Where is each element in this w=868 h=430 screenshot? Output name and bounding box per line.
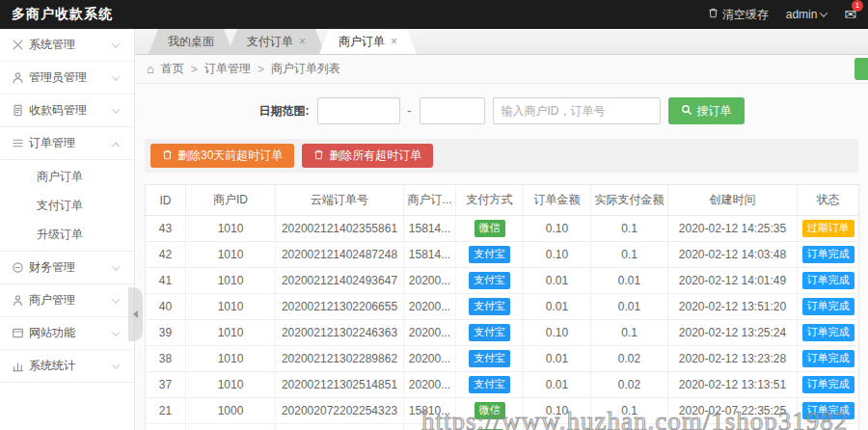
tab-my-desktop[interactable]: 我的桌面 bbox=[149, 29, 233, 54]
cell-status bbox=[798, 424, 859, 430]
tab-merchant-orders[interactable]: 商户订单× bbox=[319, 29, 417, 54]
chevron-down-icon bbox=[112, 105, 120, 113]
sidebar-collapse-handle[interactable] bbox=[128, 287, 143, 341]
cell-order-amount: 0.10 bbox=[524, 242, 591, 268]
cell-merchant-order-no: 20200... bbox=[404, 372, 456, 398]
mail-button[interactable]: ✉ 1 bbox=[844, 6, 856, 23]
orders-table: ID商户ID云端订单号商户订...支付方式订单金额实际支付金额创建时间状态431… bbox=[145, 184, 859, 430]
cell-actual-amount: 0.1 bbox=[591, 398, 668, 424]
status-badge: 订单完成 bbox=[802, 402, 854, 419]
chevron-down-icon bbox=[112, 328, 120, 336]
pay-method-badge: 支付宝 bbox=[469, 272, 510, 289]
pay-method-badge: 支付宝 bbox=[469, 376, 510, 393]
pay-method-badge: 支付宝 bbox=[469, 350, 510, 367]
column-header: 商户ID bbox=[186, 185, 276, 216]
search-input[interactable] bbox=[493, 97, 661, 124]
close-icon[interactable]: × bbox=[391, 36, 397, 47]
page-body: 日期范围: - 搜订单 bbox=[135, 84, 868, 430]
sidebar-item-merchant-management[interactable]: 商户管理 bbox=[0, 284, 134, 317]
cell-created-at: 2020-02-12 14:25:35 bbox=[668, 216, 798, 242]
sidebar-item-finance-management[interactable]: 财务管理 bbox=[0, 252, 134, 284]
cell-status: 订单完成 bbox=[798, 372, 859, 398]
cell-merchant-id: 1010 bbox=[186, 294, 276, 320]
cell-id: 43 bbox=[146, 216, 186, 242]
breadcrumb-home[interactable]: 首页 bbox=[161, 61, 184, 77]
chevron-down-icon bbox=[112, 361, 120, 368]
table-row: 21100020200207220225432315810...微信0.100.… bbox=[146, 398, 859, 424]
cell-merchant-order-no: 15814... bbox=[404, 216, 456, 242]
sidebar-item-system-statistics[interactable]: 系统统计 bbox=[0, 350, 134, 383]
cell-actual-amount: 0.1 bbox=[591, 242, 668, 268]
sidebar-item-admin-management[interactable]: 管理员管理 bbox=[0, 62, 134, 94]
range-separator: - bbox=[408, 104, 412, 118]
delete-30d-orders-button[interactable]: 删除30天前超时订单 bbox=[150, 144, 294, 168]
sidebar-item-qrcode-management[interactable]: 收款码管理 bbox=[0, 94, 134, 127]
tab-payment-orders[interactable]: 支付订单× bbox=[228, 29, 325, 54]
cell-created-at: 2020-02-12 13:25:24 bbox=[668, 320, 798, 346]
cell-actual-amount: 0.02 bbox=[591, 372, 668, 398]
cell-id: 39 bbox=[146, 320, 186, 346]
status-badge: 订单完成 bbox=[802, 324, 854, 341]
sidebar-item-order-management[interactable]: 订单管理 bbox=[0, 127, 134, 160]
date-range-label: 日期范围: bbox=[259, 103, 310, 120]
delete-30d-label: 删除30天前超时订单 bbox=[177, 148, 283, 164]
sidebar-subitem-merchant-orders[interactable]: 商户订单 bbox=[0, 162, 134, 191]
breadcrumb-item-merchant-order-list: 商户订单列表 bbox=[271, 61, 340, 77]
cell-pay-method: 微信 bbox=[456, 216, 524, 242]
column-header: 商户订... bbox=[404, 185, 456, 216]
cell-created-at: 2020-02-12 14:01:49 bbox=[668, 268, 798, 294]
search-orders-button[interactable]: 搜订单 bbox=[668, 97, 745, 124]
cell-id: 42 bbox=[146, 242, 186, 268]
cell-pay-method: 支付宝 bbox=[456, 372, 524, 398]
tab-bar: 我的桌面支付订单×商户订单× bbox=[135, 29, 868, 55]
cell-id bbox=[146, 424, 186, 430]
tab-label: 我的桌面 bbox=[168, 29, 214, 54]
breadcrumb-item-orders[interactable]: 订单管理 bbox=[204, 61, 251, 77]
table-row: 38101020200212130228986220200...支付宝0.010… bbox=[146, 346, 859, 372]
cell-cloud-order-no: 202002121302206655 bbox=[276, 294, 404, 320]
cell-created-at bbox=[668, 424, 798, 430]
cell-order-amount: 0.01 bbox=[524, 268, 591, 294]
cell-order-amount: 0.01 bbox=[524, 372, 591, 398]
cell-pay-method: 支付宝 bbox=[456, 268, 524, 294]
sidebar-item-label: 管理员管理 bbox=[29, 69, 113, 86]
date-to-input[interactable] bbox=[420, 97, 485, 124]
user-menu[interactable]: admin bbox=[786, 8, 827, 21]
breadcrumb-edge-button[interactable] bbox=[854, 58, 868, 80]
username: admin bbox=[786, 8, 818, 21]
breadcrumb: ⌂ 首页 > 订单管理 > 商户订单列表 bbox=[135, 55, 868, 84]
clear-cache-button[interactable]: 清空缓存 bbox=[708, 7, 769, 23]
home-icon: ⌂ bbox=[147, 62, 154, 76]
status-badge: 过期订单 bbox=[802, 220, 854, 237]
chevron-down-icon bbox=[820, 9, 827, 16]
sidebar-item-system-management[interactable]: 系统管理 bbox=[0, 29, 134, 62]
close-icon[interactable]: × bbox=[299, 36, 306, 47]
column-header: 状态 bbox=[798, 185, 859, 216]
table-row: 42101020200212140248724815814...支付宝0.100… bbox=[146, 242, 859, 268]
sidebar-subitem-upgrade-orders[interactable]: 升级订单 bbox=[0, 220, 134, 249]
status-badge: 订单完成 bbox=[802, 272, 854, 289]
chevron-up-icon bbox=[112, 142, 120, 149]
status-badge: 订单完成 bbox=[802, 376, 854, 393]
date-from-input[interactable] bbox=[317, 97, 400, 124]
cell-pay-method bbox=[456, 424, 524, 430]
document-icon bbox=[12, 104, 29, 117]
cell-actual-amount: 0.1 bbox=[591, 320, 668, 346]
cell-status: 订单完成 bbox=[798, 242, 859, 268]
delete-all-expired-button[interactable]: 删除所有超时订单 bbox=[302, 144, 433, 168]
cell-created-at: 2020-02-07 22:35:25 bbox=[668, 398, 798, 424]
cell-status: 过期订单 bbox=[798, 216, 859, 242]
breadcrumb-separator: > bbox=[258, 63, 264, 76]
cell-actual-amount: 0.01 bbox=[591, 294, 668, 320]
chevron-down-icon bbox=[112, 72, 120, 80]
mail-badge: 1 bbox=[852, 0, 863, 12]
sidebar-subitem-payment-orders[interactable]: 支付订单 bbox=[0, 191, 134, 220]
cell-status: 订单完成 bbox=[798, 346, 859, 372]
filter-row: 日期范围: - 搜订单 bbox=[145, 96, 858, 125]
cell-created-at: 2020-02-12 13:51:20 bbox=[668, 294, 798, 320]
cell-merchant-id bbox=[186, 424, 276, 430]
tools-icon bbox=[12, 39, 29, 51]
sidebar-item-website-functions[interactable]: 网站功能 bbox=[0, 317, 134, 350]
column-header: 订单金额 bbox=[524, 185, 591, 216]
cell-cloud-order-no bbox=[276, 424, 404, 430]
